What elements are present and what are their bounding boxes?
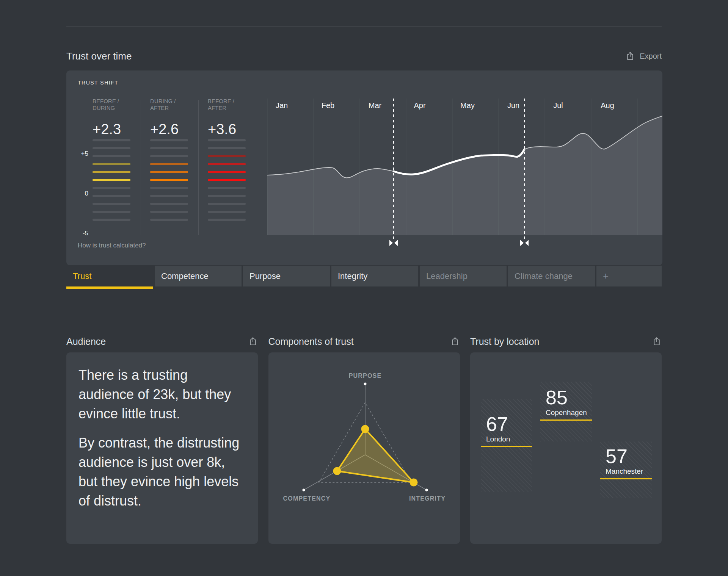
- audience-card: There is a trusting audience of 23k, but…: [66, 352, 258, 544]
- axis-label-plus5: +5: [69, 150, 88, 158]
- trust-shift-bar: [93, 211, 130, 213]
- location-underline: [540, 419, 592, 421]
- trust-shift-bar: [208, 203, 246, 205]
- location-tile-copenhagen: 85Copenhagen: [540, 382, 592, 441]
- trust-shift-column: BEFORE /AFTER+3.6: [208, 98, 246, 227]
- trust-line-highlight: [394, 149, 524, 174]
- locations-card: 85Copenhagen67London57Manchester: [470, 352, 662, 544]
- tab-integrity[interactable]: Integrity: [331, 266, 418, 286]
- trust-shift-column-label: BEFORE /AFTER: [208, 98, 246, 111]
- radar-label-purpose: PURPOSE: [348, 373, 381, 379]
- trust-shift-bar: [150, 155, 188, 157]
- month-label: Jul: [553, 101, 563, 110]
- month-label: May: [460, 101, 475, 110]
- trust-shift-bar: [208, 155, 246, 157]
- export-label: Export: [640, 52, 662, 61]
- trust-shift-bar: [208, 195, 246, 197]
- trust-shift-bar: [150, 203, 188, 205]
- trust-shift-bar: [150, 171, 188, 173]
- trust-shift-bar: [208, 163, 246, 165]
- trust-shift-bar: [93, 203, 130, 205]
- components-card: PURPOSE COMPETENCY INTEGRITY: [268, 352, 460, 544]
- page-header: Trust over time Export: [66, 49, 662, 64]
- trust-line-before: [267, 167, 394, 178]
- how-is-trust-calculated-link[interactable]: How is trust calculated?: [78, 242, 146, 249]
- month-label: Jun: [507, 101, 519, 110]
- export-button[interactable]: Export: [625, 51, 662, 61]
- month-label: Apr: [414, 101, 425, 110]
- month-labels: Jan Feb Mar Apr May Jun Jul Aug: [276, 101, 614, 110]
- trust-shift-bar: [93, 219, 130, 221]
- trust-shift-bar: [150, 219, 188, 221]
- trust-shift-bar: [150, 211, 188, 213]
- month-label: Aug: [601, 101, 614, 110]
- components-export-icon[interactable]: [450, 337, 460, 346]
- trust-shift-column-label: DURING /AFTER: [150, 98, 188, 111]
- trust-over-time-panel: TRUST SHIFT +5 0 -5 BEFORE /DURING+2.3DU…: [66, 70, 662, 265]
- tab-competence[interactable]: Competence: [155, 266, 242, 286]
- location-value: 67: [486, 414, 532, 434]
- add-tab-button[interactable]: +: [596, 266, 662, 286]
- trust-shift-bar: [208, 211, 246, 213]
- range-marker-handle-2[interactable]: [520, 240, 529, 246]
- trust-shift-bar: [150, 195, 188, 197]
- tab-trust[interactable]: Trust: [66, 266, 153, 286]
- trust-shift-value: +3.6: [208, 121, 246, 138]
- trust-shift-value: +2.3: [93, 121, 131, 138]
- trust-shift-heading: TRUST SHIFT: [78, 80, 118, 86]
- top-divider: [66, 26, 662, 27]
- axis-label-zero: 0: [69, 190, 88, 197]
- location-value: 85: [546, 388, 592, 407]
- trust-shift-bar: [93, 155, 130, 157]
- location-value: 57: [606, 446, 652, 466]
- month-label: Mar: [369, 101, 382, 110]
- month-label: Jan: [276, 101, 288, 110]
- trust-area-fill: [267, 116, 662, 235]
- month-label: Feb: [322, 101, 334, 110]
- location-tile-manchester: 57Manchester: [600, 441, 652, 498]
- trust-shift-bar: [208, 147, 246, 149]
- locations-export-icon[interactable]: [652, 337, 662, 346]
- trust-shift-bar: [93, 139, 130, 141]
- active-tab-underline: [66, 286, 153, 289]
- audience-title: Audience: [66, 336, 106, 347]
- trust-shift-bar: [93, 179, 130, 181]
- trust-shift-bar: [208, 187, 246, 189]
- export-icon: [625, 51, 635, 61]
- trust-shift-bar: [150, 163, 188, 165]
- trust-shift-bar: [150, 147, 188, 149]
- components-title: Components of trust: [268, 336, 354, 347]
- trust-shift-bar: [150, 179, 188, 181]
- trust-shift-value: +2.6: [150, 121, 188, 138]
- audience-export-icon[interactable]: [248, 337, 258, 346]
- radar-label-competency: COMPETENCY: [283, 495, 330, 502]
- audience-paragraph: There is a trusting audience of 23k, but…: [78, 365, 246, 423]
- trust-shift-bar: [93, 195, 130, 197]
- trust-shift-bar: [150, 187, 188, 189]
- tab-purpose[interactable]: Purpose: [243, 266, 330, 286]
- radar-label-integrity: INTEGRITY: [409, 495, 445, 502]
- tab-leadership[interactable]: Leadership: [420, 266, 507, 286]
- trust-shift-bar: [208, 139, 246, 141]
- metric-tabs: TrustCompetencePurposeIntegrityLeadershi…: [66, 266, 662, 286]
- trust-line-after: [524, 116, 662, 149]
- axis-label-minus5: -5: [69, 230, 88, 237]
- trust-shift-bar: [93, 187, 130, 189]
- column-separator: [198, 100, 199, 235]
- trust-shift-bar: [93, 163, 130, 165]
- location-tile-london: 67London: [481, 399, 532, 492]
- trust-shift-bar: [208, 171, 246, 173]
- trust-shift-column: DURING /AFTER+2.6: [150, 98, 188, 227]
- radar-value-polygon: [337, 429, 414, 482]
- audience-paragraph: By contrast, the distrusting audience is…: [78, 433, 246, 510]
- cards-row: There is a trusting audience of 23k, but…: [66, 352, 662, 544]
- cards-title-row: Audience Components of trust Trust by lo…: [66, 335, 662, 348]
- radar-chart: PURPOSE COMPETENCY INTEGRITY: [268, 352, 460, 544]
- range-marker-handle-1[interactable]: [389, 240, 398, 246]
- tab-climate-change[interactable]: Climate change: [508, 266, 595, 286]
- month-gridlines: [267, 99, 637, 235]
- locations-title: Trust by location: [470, 336, 539, 347]
- trust-shift-column-label: BEFORE /DURING: [93, 98, 131, 111]
- location-underline: [481, 446, 532, 447]
- page-title: Trust over time: [66, 50, 132, 62]
